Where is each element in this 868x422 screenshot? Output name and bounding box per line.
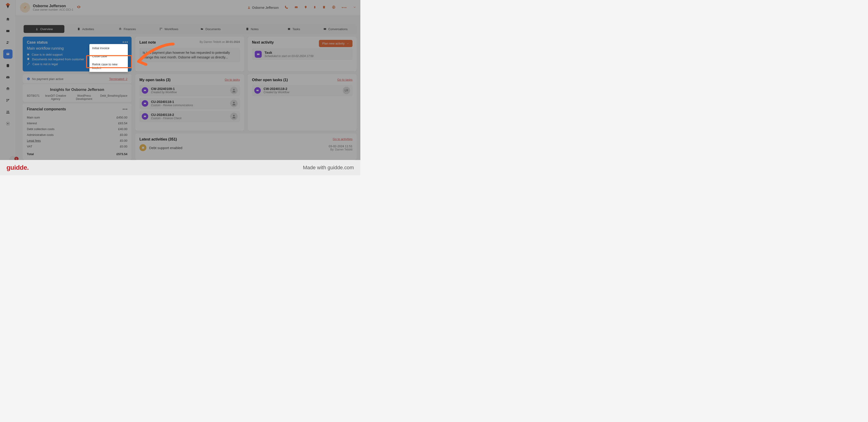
svg-rect-0 (6, 30, 9, 32)
tag[interactable]: Debt_BreathingSpace (100, 94, 127, 101)
svg-rect-34 (144, 116, 146, 117)
nav-wallet-icon[interactable] (3, 26, 12, 35)
nav-team-icon[interactable] (3, 107, 12, 117)
activity-name: Debt support enabled (149, 146, 182, 150)
svg-point-7 (6, 99, 7, 100)
case-owner-name: Osborne Jefferson (33, 4, 73, 8)
financial-menu-icon[interactable]: ••• (123, 107, 128, 111)
nav-settings-icon[interactable] (3, 119, 12, 128)
plan-activity-button[interactable]: Plan new activity (319, 40, 352, 47)
asterisk-icon: ✱ (27, 53, 29, 56)
svg-rect-25 (28, 58, 29, 60)
tab-label: Notes (251, 27, 259, 31)
financial-title: Financial components (27, 107, 127, 111)
assignee-avatar (230, 87, 238, 94)
fin-total-label: Total (27, 152, 34, 156)
task-item[interactable]: CU-20240118-1Custom - Review communicati… (140, 98, 240, 109)
phone-icon[interactable] (285, 5, 288, 10)
next-activity-item[interactable]: Task Scheduled to start on 03-02-2024 17… (252, 48, 352, 60)
task-item[interactable]: CW-20240118-2Created by Workflow LR (252, 85, 352, 96)
nav-case-icon[interactable] (3, 49, 12, 59)
nav-branch-icon[interactable] (3, 96, 12, 105)
svg-rect-6 (6, 76, 9, 78)
ticket-icon (254, 87, 261, 94)
mail-icon[interactable] (294, 5, 298, 10)
nav-home-icon[interactable] (3, 15, 12, 24)
sidebar (0, 0, 16, 160)
visibility-icon[interactable] (76, 5, 81, 10)
latest-title: Latest activities (351) (140, 137, 352, 141)
last-note-text: Is in a payment plan however he has requ… (140, 48, 240, 62)
nav-database-icon[interactable] (3, 61, 12, 70)
assignee-avatar (230, 113, 238, 120)
dropdown-relink-case[interactable]: Relink case to new bucket (89, 60, 128, 72)
terminated-link[interactable]: Terminated: 2 (109, 77, 127, 81)
tab-label: Workflows (164, 27, 178, 31)
ticket-icon (255, 51, 262, 58)
tag[interactable]: BDTBG71 (27, 94, 40, 101)
tab-activities[interactable]: Activities (65, 25, 106, 33)
activity-time: 03-02-2024 11:51 (329, 144, 352, 148)
latest-activities-card: Latest activities (351) Go to activities… (135, 134, 356, 160)
task-item[interactable]: CU-20240118-2Custom - Finance Check (140, 111, 240, 122)
svg-point-33 (233, 102, 235, 104)
goto-activities-link[interactable]: Go to activities (333, 137, 352, 141)
tab-notes[interactable]: Notes (232, 25, 273, 33)
guidde-logo: guidde. (6, 164, 29, 171)
svg-point-10 (6, 111, 8, 112)
other-tasks-card: Other open tasks (1) Go to tasks CW-2024… (248, 74, 356, 131)
payment-plan-text: No payment plan active (32, 77, 63, 81)
nav-mail-icon[interactable] (3, 73, 12, 82)
svg-rect-24 (323, 28, 326, 30)
fin-label: Main sum (27, 116, 40, 119)
tab-conversations[interactable]: Conversations (315, 25, 356, 33)
tab-overview[interactable]: Overview (24, 25, 64, 33)
svg-point-17 (36, 28, 37, 29)
goto-tasks-link[interactable]: Go to tasks (225, 78, 240, 81)
page-header: ♂ Osborne Jefferson Case owner number: A… (16, 0, 360, 15)
fin-val: £0.00 (120, 145, 127, 148)
tab-workflows[interactable]: Workflows (149, 25, 189, 33)
svg-rect-3 (6, 53, 9, 55)
my-tasks-card: My open tasks (3) Go to tasks CW-2024010… (135, 74, 244, 131)
app-logo-icon (5, 2, 11, 9)
task-item[interactable]: CW-20240109-1Created by Workflow (140, 85, 240, 96)
activity-by: By: Darren Tebbitt (329, 148, 352, 151)
svg-rect-4 (7, 54, 9, 54)
insights-card: Insights for Osborne Jefferson BDTBG71 b… (23, 84, 131, 102)
tag[interactable]: branDiT Creative Agency (43, 94, 68, 101)
activity-name: Task (265, 51, 314, 55)
financial-card: Financial components ••• Main sum£450.00… (23, 104, 131, 160)
task-name: CW-20240118-2 (264, 87, 289, 91)
activity-row[interactable]: ✱ Debt support enabled 03-02-2024 11:51 … (140, 144, 352, 151)
svg-point-31 (233, 89, 235, 90)
task-name: CU-20240118-1 (151, 100, 193, 104)
nav-bank-icon[interactable] (3, 84, 12, 93)
fin-label-legal[interactable]: Legal fees (27, 139, 41, 142)
tag[interactable]: WordPress Development (72, 94, 97, 101)
goto-tasks-link[interactable]: Go to tasks (337, 78, 352, 81)
tab-tasks[interactable]: Tasks (274, 25, 314, 33)
header-user[interactable]: Osborne Jefferson (247, 6, 279, 9)
svg-rect-27 (28, 79, 29, 80)
dropdown-close-case[interactable]: Close case (89, 52, 128, 60)
globe-icon[interactable] (332, 5, 336, 10)
svg-point-8 (6, 101, 7, 102)
tab-label: Activities (82, 27, 94, 31)
location-icon[interactable] (304, 5, 307, 10)
tab-finances[interactable]: Finances (107, 25, 148, 33)
more-icon[interactable]: ••• (342, 5, 347, 10)
mobile-icon[interactable] (313, 5, 316, 10)
svg-rect-36 (256, 90, 258, 91)
gavel-icon (27, 62, 30, 66)
svg-point-19 (160, 28, 160, 28)
assignee-avatar (230, 100, 238, 107)
dropdown-initial-invoice[interactable]: Initial invoice (89, 44, 128, 52)
android-icon[interactable] (322, 5, 326, 10)
fin-label: VAT (27, 145, 32, 148)
nav-people-icon[interactable] (3, 38, 12, 47)
tab-documents[interactable]: Documents (190, 25, 231, 33)
info-icon (27, 77, 30, 81)
chevron-down-icon[interactable] (353, 5, 356, 10)
tabs: Overview Activities Finances Workflows D… (23, 24, 356, 34)
